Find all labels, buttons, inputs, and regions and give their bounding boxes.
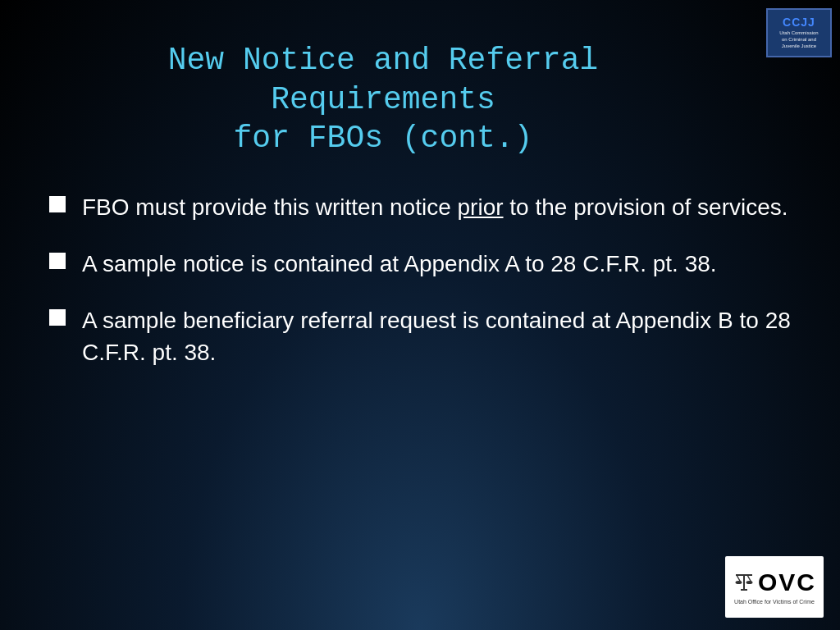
svg-point-4 (735, 581, 742, 584)
slide: CCJJ Utah Commission on Criminal and Juv… (0, 0, 840, 630)
svg-rect-6 (741, 589, 747, 591)
bottom-logo-acronym: OVC (733, 568, 816, 596)
bullet-list: FBO must provide this written notice pri… (49, 191, 791, 598)
svg-rect-0 (743, 574, 745, 589)
top-logo-acronym: CCJJ (783, 16, 815, 29)
bullet-item-2: A sample notice is contained at Appendix… (49, 248, 791, 280)
ovc-scales-icon (733, 571, 756, 594)
bullet-item-1: FBO must provide this written notice pri… (49, 191, 791, 223)
bullet-marker-2 (49, 253, 66, 269)
svg-rect-1 (736, 574, 752, 576)
bullet-marker-1 (49, 196, 66, 212)
svg-point-5 (746, 581, 752, 584)
slide-title: New Notice and Referral Requirements for… (49, 41, 791, 158)
bullet-item-3: A sample beneficiary referral request is… (49, 304, 791, 368)
bullet-text-3: A sample beneficiary referral request is… (82, 304, 791, 368)
bottom-logo-text: Utah Office for Victims of Crime (734, 598, 815, 605)
underline-prior: prior (458, 194, 504, 220)
bullet-marker-3 (49, 309, 66, 326)
bullet-text-1: FBO must provide this written notice pri… (82, 191, 791, 223)
bottom-logo: OVC Utah Office for Victims of Crime (725, 556, 824, 618)
top-logo: CCJJ Utah Commission on Criminal and Juv… (766, 8, 832, 57)
top-logo-description: Utah Commission on Criminal and Juvenile… (779, 30, 818, 49)
bullet-text-2: A sample notice is contained at Appendix… (82, 248, 791, 280)
